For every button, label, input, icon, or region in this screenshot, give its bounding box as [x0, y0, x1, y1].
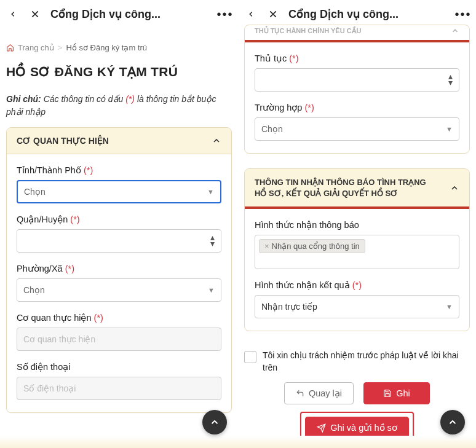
bottom-strip: [238, 436, 476, 448]
tag-remove-icon[interactable]: ×: [264, 242, 269, 251]
consent-checkbox[interactable]: [244, 351, 256, 363]
field-district: Quận/Huyện (*) ▴▾: [17, 214, 221, 253]
notify-tagbox[interactable]: × Nhận qua cổng thông tin: [255, 235, 459, 269]
caret-down-icon: ▼: [208, 286, 215, 294]
button-row: Quay lại Ghi: [238, 382, 476, 412]
note-prefix: Ghi chú:: [6, 94, 41, 104]
phone-input[interactable]: Số điện thoại: [17, 377, 221, 400]
procedure-label: Thủ tục (*): [255, 53, 459, 63]
close-icon[interactable]: [266, 7, 280, 21]
notify-tag[interactable]: × Nhận qua cổng thông tin: [259, 239, 365, 253]
chevron-up-icon: [212, 136, 221, 146]
scroll-top-button[interactable]: [202, 410, 227, 434]
agency-input[interactable]: Cơ quan thực hiện: [17, 328, 221, 351]
note-req: (*): [125, 94, 135, 104]
section-agency-header[interactable]: CƠ QUAN THỰC HIỆN: [7, 128, 231, 154]
ward-select[interactable]: Chọn ▼: [17, 278, 221, 302]
back-button-label: Quay lại: [309, 388, 342, 398]
content-right: THỦ TỤC HÀNH CHÍNH YÊU CẦU Thủ tục (*) ▴…: [238, 25, 476, 448]
save-button-label: Ghi: [396, 388, 410, 398]
province-label: Tỉnh/Thành Phố (*): [17, 165, 221, 175]
field-agency: Cơ quan thực hiện (*) Cơ quan thực hiện: [17, 313, 221, 351]
field-case: Trường hợp (*) Chọn ▼: [255, 103, 459, 141]
phone-label: Số điện thoại: [17, 362, 221, 372]
topbar-title: Cổng Dịch vụ công...: [50, 7, 210, 21]
breadcrumb-current: Hồ sơ Đăng ký tạm trú: [66, 43, 147, 52]
district-select[interactable]: ▴▾: [17, 229, 221, 253]
ward-value: Chọn: [23, 285, 45, 295]
screen-left: Cổng Dịch vụ công... ••• Trang chủ > Hồ …: [0, 0, 238, 448]
section-agency: CƠ QUAN THỰC HIỆN Tỉnh/Thành Phố (*) Chọ…: [6, 127, 232, 413]
more-icon[interactable]: •••: [456, 7, 470, 21]
result-label: Hình thức nhận kết quả (*): [255, 280, 459, 290]
field-province: Tỉnh/Thành Phố (*) Chọn ▼: [17, 165, 221, 203]
agency-label: Cơ quan thực hiện (*): [17, 313, 221, 323]
field-result: Hình thức nhận kết quả (*) Nhận trực tiế…: [255, 280, 459, 318]
note-body-1: Các thông tin có dấu: [44, 94, 124, 104]
case-value: Chọn: [261, 124, 283, 134]
result-value: Nhận trực tiếp: [261, 302, 317, 312]
section-agency-body: Tỉnh/Thành Phố (*) Chọn ▼ Quận/Huyện (*)…: [7, 154, 231, 412]
chevron-up-icon: [451, 26, 459, 35]
section-procedure: THỦ TỤC HÀNH CHÍNH YÊU CẦU Thủ tục (*) ▴…: [244, 25, 470, 154]
district-label: Quận/Huyện (*): [17, 214, 221, 224]
section-procedure-body: Thủ tục (*) ▴▾ Trường hợp (*) Chọn ▼: [245, 42, 469, 153]
topbar-title: Cổng Dịch vụ công...: [288, 7, 448, 21]
field-notify: Hình thức nhận thông báo × Nhận qua cổng…: [255, 220, 459, 269]
chevron-up-icon: [450, 183, 459, 193]
updown-icon: ▴▾: [210, 235, 215, 247]
submit-button-label: Ghi và gửi hồ sơ: [330, 423, 397, 433]
save-icon: [383, 389, 392, 398]
breadcrumb-home[interactable]: Trang chủ: [18, 43, 54, 52]
close-icon[interactable]: [28, 7, 42, 21]
field-ward: Phường/Xã (*) Chọn ▼: [17, 264, 221, 302]
back-icon[interactable]: [244, 7, 258, 21]
province-select[interactable]: Chọn ▼: [17, 180, 221, 203]
partial-top-title: THỦ TỤC HÀNH CHÍNH YÊU CẦU: [255, 27, 362, 35]
case-select[interactable]: Chọn ▼: [255, 117, 459, 141]
notify-tag-label: Nhận qua cổng thông tin: [272, 242, 360, 251]
field-phone: Số điện thoại Số điện thoại: [17, 362, 221, 400]
section-notification-body: Hình thức nhận thông báo × Nhận qua cổng…: [245, 209, 469, 331]
caret-down-icon: ▼: [446, 125, 453, 133]
content-left: Trang chủ > Hồ sơ Đăng ký tạm trú HỒ SƠ …: [0, 28, 238, 413]
screen-right: Cổng Dịch vụ công... ••• THỦ TỤC HÀNH CH…: [238, 0, 476, 448]
procedure-select[interactable]: ▴▾: [255, 68, 459, 92]
section-notification-header[interactable]: THÔNG TIN NHẬN THÔNG BÁO TÌNH TRẠNG HỒ S…: [245, 169, 469, 209]
consent-label: Tôi xin chịu trách nhiệm trước pháp luật…: [263, 350, 470, 374]
caret-down-icon: ▼: [446, 303, 453, 310]
more-icon[interactable]: •••: [218, 7, 232, 21]
caret-down-icon: ▼: [207, 188, 214, 195]
section-procedure-header[interactable]: THỦ TỤC HÀNH CHÍNH YÊU CẦU: [245, 25, 469, 42]
result-select[interactable]: Nhận trực tiếp ▼: [255, 295, 459, 318]
field-procedure: Thủ tục (*) ▴▾: [255, 53, 459, 92]
notify-label: Hình thức nhận thông báo: [255, 220, 459, 230]
home-icon: [6, 44, 14, 52]
ward-label: Phường/Xã (*): [17, 264, 221, 273]
case-label: Trường hợp (*): [255, 103, 459, 112]
bottom-strip: [0, 436, 238, 448]
back-button[interactable]: Quay lại: [284, 382, 354, 404]
breadcrumb-sep: >: [58, 43, 63, 52]
province-value: Chọn: [24, 187, 46, 197]
consent-row: Tôi xin chịu trách nhiệm trước pháp luật…: [238, 346, 476, 382]
section-notification: THÔNG TIN NHẬN THÔNG BÁO TÌNH TRẠNG HỒ S…: [244, 168, 470, 331]
section-notification-title: THÔNG TIN NHẬN THÔNG BÁO TÌNH TRẠNG HỒ S…: [255, 177, 427, 198]
reply-icon: [296, 389, 304, 398]
breadcrumb: Trang chủ > Hồ sơ Đăng ký tạm trú: [6, 43, 232, 52]
section-agency-title: CƠ QUAN THỰC HIỆN: [17, 136, 109, 146]
page-title: HỒ SƠ ĐĂNG KÝ TẠM TRÚ: [6, 65, 232, 79]
send-icon: [317, 423, 326, 433]
note: Ghi chú: Các thông tin có dấu (*) là thô…: [6, 93, 232, 119]
back-icon[interactable]: [6, 7, 20, 21]
topbar: Cổng Dịch vụ công... •••: [0, 0, 238, 28]
scroll-top-button[interactable]: [440, 410, 465, 434]
updown-icon: ▴▾: [448, 74, 453, 86]
save-button[interactable]: Ghi: [363, 382, 430, 404]
